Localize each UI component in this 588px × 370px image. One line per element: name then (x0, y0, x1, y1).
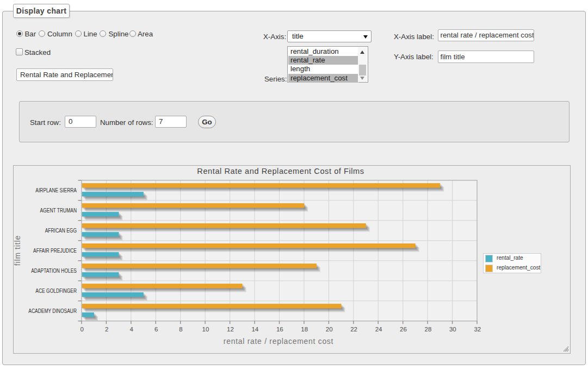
svg-text:22: 22 (350, 326, 357, 333)
svg-text:replacement_cost: replacement_cost (497, 265, 541, 271)
svg-text:2: 2 (105, 326, 108, 333)
svg-text:AFFAIR PREJUDICE: AFFAIR PREJUDICE (33, 248, 77, 254)
svg-text:Rental Rate and Replacement Co: Rental Rate and Replacement Cost of Film… (197, 167, 364, 175)
svg-text:28: 28 (425, 326, 432, 333)
svg-text:8: 8 (179, 326, 182, 333)
svg-text:rental rate / replacement cost: rental rate / replacement cost (224, 337, 333, 346)
svg-text:0: 0 (81, 326, 84, 333)
svg-text:film title: film title (14, 235, 22, 266)
svg-text:ADAPTATION HOLES: ADAPTATION HOLES (31, 268, 77, 274)
svg-text:6: 6 (154, 326, 158, 333)
svg-text:4: 4 (129, 326, 133, 333)
svg-text:12: 12 (227, 326, 234, 333)
svg-text:rental_rate: rental_rate (497, 255, 523, 261)
svg-text:18: 18 (301, 326, 308, 333)
svg-text:30: 30 (449, 326, 456, 333)
svg-text:AFRICAN EGG: AFRICAN EGG (45, 228, 77, 234)
svg-text:14: 14 (251, 326, 258, 333)
svg-text:24: 24 (375, 326, 382, 333)
svg-text:32: 32 (474, 326, 481, 333)
svg-text:10: 10 (202, 326, 209, 333)
svg-text:ACADEMY DINOSAUR: ACADEMY DINOSAUR (28, 308, 77, 314)
svg-text:AIRPLANE SIERRA: AIRPLANE SIERRA (35, 187, 77, 193)
svg-text:AGENT TRUMAN: AGENT TRUMAN (40, 208, 77, 214)
svg-text:ACE GOLDFINGER: ACE GOLDFINGER (35, 288, 77, 294)
svg-text:26: 26 (400, 326, 407, 333)
svg-text:16: 16 (276, 326, 283, 333)
svg-text:20: 20 (326, 326, 333, 333)
